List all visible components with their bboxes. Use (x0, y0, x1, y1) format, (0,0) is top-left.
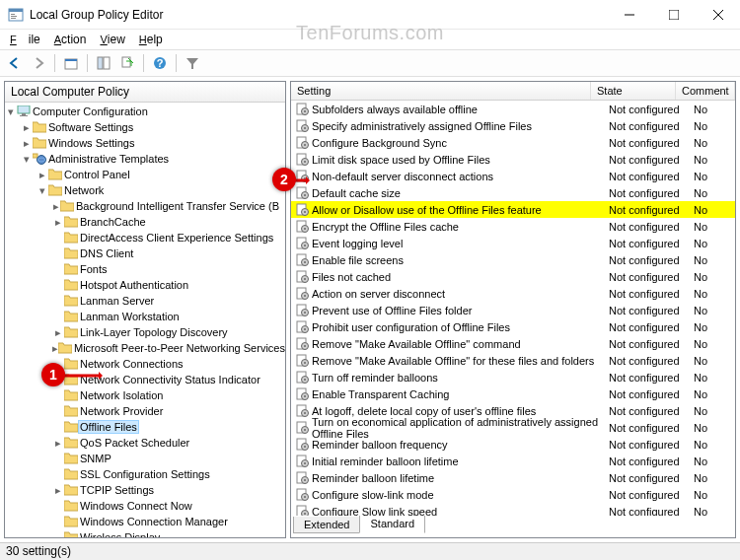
up-button[interactable] (60, 52, 82, 74)
setting-row[interactable]: Default cache sizeNot configuredNo (291, 184, 735, 201)
svg-point-23 (304, 110, 306, 112)
column-setting[interactable]: Setting (291, 82, 591, 100)
tree-node-qos-packet-scheduler[interactable]: ▸QoS Packet Scheduler (5, 435, 285, 451)
settings-list[interactable]: Subfolders always available offlineNot c… (291, 101, 735, 516)
tree-node-lanman-workstation[interactable]: Lanman Workstation (5, 309, 285, 324)
setting-row[interactable]: Prohibit user configuration of Offline F… (291, 318, 735, 335)
column-state[interactable]: State (591, 82, 676, 100)
tree-node-background-intelligent-transfe[interactable]: ▸Background Intelligent Transfer Service… (5, 198, 285, 214)
setting-row[interactable]: Remove "Make Available Offline" for thes… (291, 352, 735, 369)
close-button[interactable] (696, 1, 740, 29)
tree-node-administrative-templates[interactable]: ▾Administrative Templates (5, 151, 285, 167)
setting-state: Not configured (605, 104, 690, 115)
setting-row[interactable]: Limit disk space used by Offline FilesNo… (291, 151, 735, 168)
minimize-button[interactable] (607, 1, 651, 29)
tree-node-microsoft-peer-to-peer-network[interactable]: ▸Microsoft Peer-to-Peer Networking Servi… (5, 340, 285, 356)
setting-row[interactable]: Reminder balloon lifetimeNot configuredN… (291, 469, 735, 486)
setting-row[interactable]: Configure Slow link speedNot configuredN… (291, 503, 735, 516)
tree-node-dns-client[interactable]: DNS Client (5, 245, 285, 261)
filter-button[interactable] (182, 52, 203, 74)
setting-row[interactable]: Specify administratively assigned Offlin… (291, 117, 735, 134)
setting-row[interactable]: Turn off reminder balloonsNot configured… (291, 369, 735, 385)
setting-row[interactable]: Encrypt the Offline Files cacheNot confi… (291, 218, 735, 235)
folder-icon (33, 137, 46, 149)
svg-point-68 (304, 362, 306, 364)
expand-icon[interactable]: ▸ (52, 485, 64, 496)
expand-icon[interactable]: ▾ (21, 154, 33, 165)
back-button[interactable] (4, 52, 26, 74)
expand-icon[interactable]: ▸ (52, 438, 64, 449)
setting-row[interactable]: Event logging levelNot configuredNo (291, 235, 735, 251)
expand-icon[interactable]: ▸ (21, 122, 33, 133)
setting-row[interactable]: Non-default server disconnect actionsNot… (291, 168, 735, 184)
tree-node-ssl-configuration-settings[interactable]: SSL Configuration Settings (5, 466, 285, 482)
setting-comment: No (690, 254, 735, 266)
setting-comment: No (690, 120, 735, 132)
expand-icon[interactable]: ▸ (52, 201, 60, 212)
tree-node-computer-configuration[interactable]: ▾Computer Configuration (5, 104, 285, 119)
setting-row[interactable]: Reminder balloon frequencyNot configured… (291, 436, 735, 453)
details-panel: Setting State Comment Subfolders always … (290, 81, 736, 538)
tree-node-lanman-server[interactable]: Lanman Server (5, 293, 285, 309)
setting-row[interactable]: Remove "Make Available Offline" commandN… (291, 335, 735, 352)
menu-action[interactable]: Action (48, 32, 93, 47)
setting-row[interactable]: Subfolders always available offlineNot c… (291, 101, 735, 117)
setting-icon (295, 186, 309, 200)
tree-node-offline-files[interactable]: Offline Files (5, 419, 285, 435)
show-hide-tree-button[interactable] (93, 52, 114, 74)
expand-icon[interactable]: ▾ (37, 185, 48, 196)
tree-node-control-panel[interactable]: ▸Control Panel (5, 167, 285, 182)
tree-label: QoS Packet Scheduler (78, 437, 191, 449)
export-button[interactable] (116, 52, 138, 74)
expand-icon[interactable]: ▾ (5, 106, 17, 117)
tree-node-branchcache[interactable]: ▸BranchCache (5, 214, 285, 230)
tree-node-wireless-display[interactable]: Wireless Display (5, 529, 285, 537)
setting-comment: No (690, 137, 735, 149)
app-icon (8, 7, 24, 23)
setting-row[interactable]: Turn on economical application of admini… (291, 419, 735, 436)
tree-node-windows-connection-manager[interactable]: Windows Connection Manager (5, 514, 285, 529)
tree-node-directaccess-client-experience[interactable]: DirectAccess Client Experience Settings (5, 230, 285, 245)
setting-row[interactable]: Allow or Disallow use of the Offline Fil… (291, 201, 735, 218)
tree-node-hotspot-authentication[interactable]: Hotspot Authentication (5, 277, 285, 293)
setting-row[interactable]: Files not cachedNot configuredNo (291, 268, 735, 285)
setting-comment: No (690, 338, 735, 350)
tree-node-network-provider[interactable]: Network Provider (5, 403, 285, 419)
tree-node-snmp[interactable]: SNMP (5, 451, 285, 466)
tree-label: Windows Connect Now (78, 500, 194, 512)
setting-comment: No (690, 455, 735, 467)
help-button[interactable]: ? (149, 52, 171, 74)
tree-node-windows-settings[interactable]: ▸Windows Settings (5, 135, 285, 151)
tree-label: Lanman Server (78, 295, 156, 307)
setting-row[interactable]: Action on server disconnectNot configure… (291, 285, 735, 302)
tree-header-local-computer-policy[interactable]: Local Computer Policy (5, 82, 285, 103)
column-comment[interactable]: Comment (676, 82, 735, 100)
tree-node-tcpip-settings[interactable]: ▸TCPIP Settings (5, 482, 285, 498)
expand-icon[interactable]: ▸ (52, 327, 64, 338)
maximize-button[interactable] (651, 1, 696, 29)
expand-icon[interactable]: ▸ (37, 170, 48, 180)
policy-tree[interactable]: ▾Computer Configuration▸Software Setting… (5, 103, 285, 537)
setting-row[interactable]: Configure slow-link modeNot configuredNo (291, 486, 735, 503)
tab-standard[interactable]: Standard (359, 516, 425, 533)
setting-row[interactable]: Enable file screensNot configuredNo (291, 251, 735, 268)
forward-button[interactable] (28, 52, 49, 74)
tree-node-fonts[interactable]: Fonts (5, 261, 285, 277)
tab-extended[interactable]: Extended (293, 517, 360, 533)
setting-name: Prohibit user configuration of Offline F… (312, 321, 510, 333)
expand-icon[interactable]: ▸ (21, 138, 33, 149)
tree-node-link-layer-topology-discovery[interactable]: ▸Link-Layer Topology Discovery (5, 324, 285, 340)
menu-view[interactable]: View (94, 32, 130, 47)
menu-file[interactable]: File (4, 32, 46, 47)
tree-node-network-isolation[interactable]: Network Isolation (5, 387, 285, 403)
setting-row[interactable]: Initial reminder balloon lifetimeNot con… (291, 453, 735, 469)
setting-row[interactable]: Configure Background SyncNot configuredN… (291, 134, 735, 151)
tree-node-software-settings[interactable]: ▸Software Settings (5, 119, 285, 135)
svg-point-92 (304, 496, 306, 498)
tree-node-windows-connect-now[interactable]: Windows Connect Now (5, 498, 285, 514)
menu-help[interactable]: Help (133, 32, 169, 47)
setting-row[interactable]: Enable Transparent CachingNot configured… (291, 385, 735, 402)
tree-node-network[interactable]: ▾Network (5, 182, 285, 198)
expand-icon[interactable]: ▸ (52, 217, 64, 228)
setting-row[interactable]: Prevent use of Offline Files folderNot c… (291, 302, 735, 318)
